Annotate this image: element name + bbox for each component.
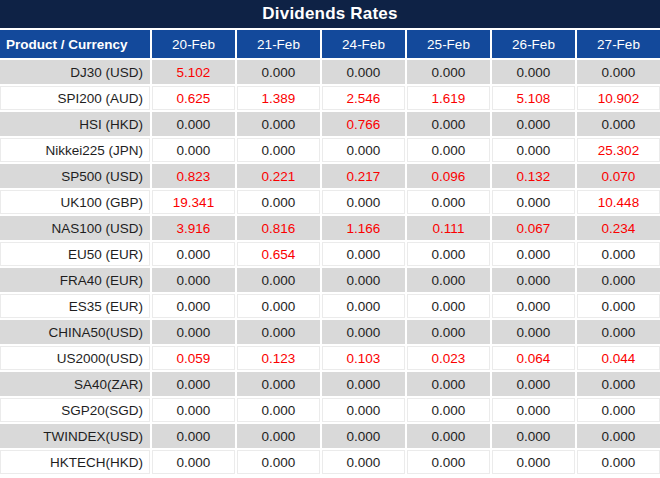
value-cell: 0.000 [407,450,490,474]
value-cell: 0.000 [492,372,575,396]
value-cell: 0.123 [237,346,320,370]
value-cell: 0.000 [407,294,490,318]
product-cell: SA40(ZAR) [0,372,150,396]
value-cell: 0.217 [322,164,405,188]
value-cell: 0.000 [237,398,320,422]
value-cell: 0.096 [407,164,490,188]
value-cell: 0.000 [322,190,405,214]
value-cell: 0.000 [152,398,235,422]
title-row: Dividends Rates [0,0,660,28]
product-cell: EU50 (EUR) [0,242,150,266]
value-cell: 0.000 [322,320,405,344]
value-cell: 0.132 [492,164,575,188]
value-cell: 0.000 [407,60,490,84]
value-cell: 0.000 [577,450,660,474]
value-cell: 0.000 [237,60,320,84]
value-cell: 0.000 [237,190,320,214]
table-row: SGP20(SGD)0.0000.0000.0000.0000.0000.000 [0,398,660,422]
value-cell: 0.000 [322,294,405,318]
value-cell: 25.302 [577,138,660,162]
value-cell: 0.000 [492,242,575,266]
value-cell: 0.000 [237,112,320,136]
value-cell: 0.000 [237,320,320,344]
value-cell: 0.000 [492,268,575,292]
value-cell: 1.389 [237,86,320,110]
value-cell: 0.000 [152,112,235,136]
value-cell: 0.000 [577,320,660,344]
product-cell: DJ30 (USD) [0,60,150,84]
table-row: HSI (HKD)0.0000.0000.7660.0000.0000.000 [0,112,660,136]
value-cell: 0.000 [492,112,575,136]
value-cell: 0.000 [152,424,235,448]
value-cell: 0.000 [152,294,235,318]
table-body: DJ30 (USD)5.1020.0000.0000.0000.0000.000… [0,60,660,474]
value-cell: 0.000 [322,268,405,292]
value-cell: 0.221 [237,164,320,188]
product-cell: UK100 (GBP) [0,190,150,214]
value-cell: 0.000 [577,424,660,448]
value-cell: 5.102 [152,60,235,84]
table-row: SA40(ZAR)0.0000.0000.0000.0000.0000.000 [0,372,660,396]
value-cell: 0.000 [407,424,490,448]
value-cell: 0.000 [407,190,490,214]
table-row: Nikkei225 (JPN)0.0000.0000.0000.0000.000… [0,138,660,162]
value-cell: 0.000 [407,320,490,344]
product-cell: ES35 (EUR) [0,294,150,318]
value-cell: 0.000 [492,60,575,84]
value-cell: 0.000 [152,138,235,162]
value-cell: 0.000 [577,372,660,396]
value-cell: 0.000 [322,424,405,448]
value-cell: 0.000 [237,138,320,162]
value-cell: 0.000 [492,190,575,214]
value-cell: 0.000 [322,450,405,474]
table-row: TWINDEX(USD)0.0000.0000.0000.0000.0000.0… [0,424,660,448]
value-cell: 0.000 [492,138,575,162]
value-cell: 0.000 [492,320,575,344]
value-cell: 0.654 [237,242,320,266]
value-cell: 0.023 [407,346,490,370]
value-cell: 0.625 [152,86,235,110]
product-cell: HKTECH(HKD) [0,450,150,474]
table-row: US2000(USD)0.0590.1230.1030.0230.0640.04… [0,346,660,370]
product-cell: Nikkei225 (JPN) [0,138,150,162]
table-row: HKTECH(HKD)0.0000.0000.0000.0000.0000.00… [0,450,660,474]
value-cell: 0.000 [407,112,490,136]
value-cell: 0.000 [407,138,490,162]
table-row: UK100 (GBP)19.3410.0000.0000.0000.00010.… [0,190,660,214]
product-cell: HSI (HKD) [0,112,150,136]
value-cell: 0.000 [577,268,660,292]
table-title: Dividends Rates [0,0,660,28]
value-cell: 0.000 [407,398,490,422]
product-cell: US2000(USD) [0,346,150,370]
value-cell: 10.902 [577,86,660,110]
product-cell: SP500 (USD) [0,164,150,188]
value-cell: 0.000 [152,372,235,396]
value-cell: 0.766 [322,112,405,136]
column-header-row: Product / Currency 20-Feb 21-Feb 24-Feb … [0,30,660,58]
value-cell: 0.000 [322,60,405,84]
value-cell: 0.111 [407,216,490,240]
column-header-date: 20-Feb [152,30,235,58]
dividends-rates-table: Dividends Rates Product / Currency 20-Fe… [0,0,660,476]
table-row: NAS100 (USD)3.9160.8161.1660.1110.0670.2… [0,216,660,240]
value-cell: 0.000 [322,398,405,422]
value-cell: 0.044 [577,346,660,370]
value-cell: 0.000 [577,242,660,266]
value-cell: 0.059 [152,346,235,370]
value-cell: 0.000 [407,242,490,266]
value-cell: 0.067 [492,216,575,240]
table-row: FRA40 (EUR)0.0000.0000.0000.0000.0000.00… [0,268,660,292]
column-header-date: 25-Feb [407,30,490,58]
value-cell: 0.000 [322,242,405,266]
value-cell: 0.000 [152,320,235,344]
value-cell: 0.000 [237,424,320,448]
value-cell: 5.108 [492,86,575,110]
table-row: ES35 (EUR)0.0000.0000.0000.0000.0000.000 [0,294,660,318]
value-cell: 0.000 [322,372,405,396]
product-cell: SGP20(SGD) [0,398,150,422]
column-header-product: Product / Currency [0,30,150,58]
product-cell: FRA40 (EUR) [0,268,150,292]
value-cell: 0.000 [492,294,575,318]
value-cell: 0.000 [152,268,235,292]
value-cell: 1.166 [322,216,405,240]
